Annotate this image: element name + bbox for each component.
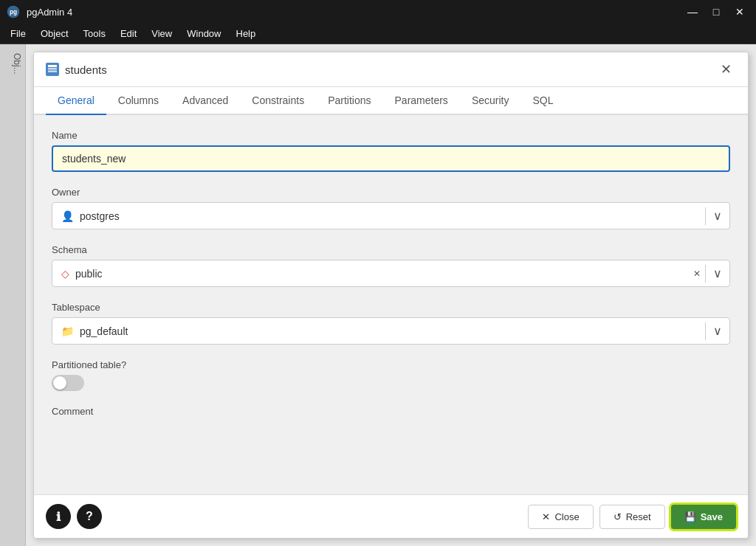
name-label: Name bbox=[52, 130, 730, 141]
tablespace-chevron-down-icon[interactable]: ∨ bbox=[706, 318, 729, 344]
tablespace-group: Tablespace 📁 pg_default ∨ bbox=[52, 302, 730, 345]
save-icon: 💾 bbox=[684, 511, 696, 522]
schema-select[interactable]: ◇ public ✕ ∨ bbox=[52, 260, 730, 287]
info-icon: ℹ bbox=[56, 510, 61, 524]
partitioned-toggle[interactable] bbox=[52, 375, 84, 391]
form-content: Name Owner 👤 postgres ∨ bbox=[34, 115, 748, 494]
owner-label: Owner bbox=[52, 187, 730, 198]
menu-window[interactable]: Window bbox=[179, 25, 228, 42]
tab-advanced[interactable]: Advanced bbox=[171, 87, 240, 115]
table-icon bbox=[46, 63, 59, 76]
owner-icon: 👤 bbox=[61, 210, 74, 222]
tab-parameters[interactable]: Parameters bbox=[383, 87, 460, 115]
close-button-label: Close bbox=[554, 511, 579, 522]
menu-view[interactable]: View bbox=[144, 25, 179, 42]
dialog-title-bar: students ✕ bbox=[34, 52, 748, 87]
partitioned-group: Partitioned table? bbox=[52, 359, 730, 391]
tablespace-label: Tablespace bbox=[52, 302, 730, 313]
tab-sql[interactable]: SQL bbox=[520, 87, 565, 115]
maximize-button[interactable]: □ bbox=[706, 4, 726, 19]
dialog-overlay: students ✕ General Columns Advanced Cons… bbox=[26, 44, 756, 546]
schema-select-content: ◇ public bbox=[52, 262, 689, 286]
comment-group: Comment bbox=[52, 406, 730, 417]
schema-clear-icon[interactable]: ✕ bbox=[689, 263, 705, 285]
svg-rect-4 bbox=[48, 71, 57, 73]
owner-group: Owner 👤 postgres ∨ bbox=[52, 187, 730, 229]
tab-columns[interactable]: Columns bbox=[106, 87, 171, 115]
table-svg-icon bbox=[47, 64, 58, 75]
dialog: students ✕ General Columns Advanced Cons… bbox=[33, 52, 749, 539]
tab-bar: General Columns Advanced Constraints Par… bbox=[34, 87, 748, 115]
owner-value: postgres bbox=[80, 210, 120, 222]
comment-label: Comment bbox=[52, 406, 730, 417]
reset-button-label: Reset bbox=[626, 511, 651, 522]
toggle-knob bbox=[53, 376, 66, 390]
close-x-icon: ✕ bbox=[542, 511, 550, 522]
footer-left: ℹ ? bbox=[46, 504, 102, 529]
partitioned-toggle-wrapper bbox=[52, 375, 730, 391]
sidebar-label: Obj... bbox=[0, 50, 25, 77]
name-input[interactable] bbox=[52, 145, 730, 172]
info-button[interactable]: ℹ bbox=[46, 504, 71, 529]
title-bar-left: pg pgAdmin 4 bbox=[6, 4, 72, 19]
footer-right: ✕ Close ↺ Reset 💾 Save bbox=[528, 505, 736, 529]
tab-security[interactable]: Security bbox=[460, 87, 521, 115]
main-area: Obj... students ✕ bbox=[0, 44, 756, 546]
svg-rect-2 bbox=[48, 65, 57, 67]
tablespace-select-content: 📁 pg_default bbox=[52, 319, 705, 343]
close-button[interactable]: ✕ Close bbox=[528, 505, 593, 529]
app-close-button[interactable]: ✕ bbox=[729, 4, 750, 19]
partitioned-label: Partitioned table? bbox=[52, 359, 730, 370]
title-bar-controls: — □ ✕ bbox=[682, 4, 750, 19]
svg-rect-3 bbox=[48, 68, 57, 70]
schema-icon: ◇ bbox=[61, 268, 69, 280]
menu-object[interactable]: Object bbox=[33, 25, 76, 42]
save-button[interactable]: 💾 Save bbox=[671, 505, 736, 529]
owner-select[interactable]: 👤 postgres ∨ bbox=[52, 202, 730, 229]
sidebar: Obj... bbox=[0, 44, 26, 546]
app-title: pgAdmin 4 bbox=[27, 7, 72, 18]
reset-icon: ↺ bbox=[614, 511, 622, 522]
tab-general[interactable]: General bbox=[46, 87, 106, 115]
schema-chevron-down-icon[interactable]: ∨ bbox=[706, 260, 729, 286]
dialog-title-text: students bbox=[65, 63, 107, 76]
name-group: Name bbox=[52, 130, 730, 172]
tab-partitions[interactable]: Partitions bbox=[316, 87, 382, 115]
reset-button[interactable]: ↺ Reset bbox=[599, 505, 665, 529]
dialog-title-left: students bbox=[46, 63, 107, 76]
owner-chevron-down-icon[interactable]: ∨ bbox=[706, 203, 729, 229]
app-logo: pg bbox=[6, 4, 21, 19]
menu-edit[interactable]: Edit bbox=[113, 25, 144, 42]
save-button-label: Save bbox=[701, 511, 723, 522]
menu-bar: File Object Tools Edit View Window Help bbox=[0, 24, 756, 44]
owner-select-content: 👤 postgres bbox=[52, 204, 705, 228]
help-button[interactable]: ? bbox=[77, 504, 102, 529]
schema-label: Schema bbox=[52, 244, 730, 255]
svg-text:pg: pg bbox=[10, 8, 17, 15]
menu-help[interactable]: Help bbox=[229, 25, 264, 42]
tablespace-icon: 📁 bbox=[61, 325, 74, 337]
dialog-footer: ℹ ? ✕ Close ↺ Reset 💾 bbox=[34, 494, 748, 538]
title-bar: pg pgAdmin 4 — □ ✕ bbox=[0, 0, 756, 24]
schema-value: public bbox=[75, 268, 103, 280]
tablespace-value: pg_default bbox=[80, 325, 128, 337]
minimize-button[interactable]: — bbox=[682, 4, 703, 19]
schema-group: Schema ◇ public ✕ ∨ bbox=[52, 244, 730, 287]
help-icon: ? bbox=[86, 510, 93, 523]
tablespace-select[interactable]: 📁 pg_default ∨ bbox=[52, 317, 730, 345]
menu-tools[interactable]: Tools bbox=[76, 25, 113, 42]
dialog-close-button[interactable]: ✕ bbox=[716, 60, 736, 79]
tab-constraints[interactable]: Constraints bbox=[240, 87, 316, 115]
menu-file[interactable]: File bbox=[3, 25, 33, 42]
